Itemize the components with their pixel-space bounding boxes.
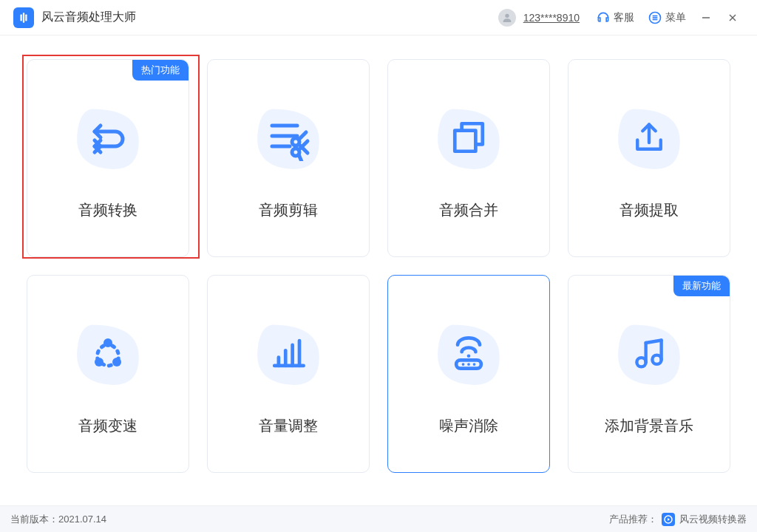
new-badge: 最新功能 (673, 276, 730, 296)
svg-rect-0 (21, 14, 22, 21)
svg-point-34 (473, 363, 476, 366)
svg-rect-1 (23, 13, 24, 23)
user-id-link[interactable]: 123****8910 (523, 12, 580, 24)
svg-point-3 (505, 13, 509, 17)
card-volume-adjust[interactable]: 音量调整 (207, 275, 370, 473)
avatar-icon[interactable] (498, 9, 516, 27)
volume-icon (266, 331, 310, 375)
denoise-icon (447, 331, 491, 375)
menu-button[interactable]: 菜单 (643, 10, 690, 25)
music-icon (628, 332, 670, 374)
close-button[interactable] (722, 7, 744, 29)
svg-point-33 (467, 363, 470, 366)
svg-line-17 (299, 154, 306, 161)
speed-icon (84, 330, 132, 377)
card-label: 音量调整 (259, 416, 318, 436)
svg-line-39 (646, 340, 662, 343)
recommend-product-icon (662, 513, 675, 526)
card-audio-convert[interactable]: 热门功能 音频转换 (27, 59, 189, 257)
card-label: 音频剪辑 (259, 200, 318, 220)
card-audio-extract[interactable]: 音频提取 (568, 59, 730, 257)
support-button[interactable]: 客服 (591, 10, 639, 25)
menu-label: 菜单 (665, 11, 686, 24)
extract-icon (628, 117, 670, 158)
card-label: 添加背景音乐 (605, 416, 693, 436)
card-label: 音频合并 (439, 200, 498, 220)
card-label: 音频转换 (78, 200, 138, 220)
version-label: 当前版本： (10, 513, 58, 526)
support-label: 客服 (614, 11, 634, 24)
card-audio-speed[interactable]: 音频变速 (27, 275, 189, 473)
svg-line-16 (299, 132, 306, 140)
card-audio-merge[interactable]: 音频合并 (387, 59, 550, 257)
card-noise-removal[interactable]: 噪声消除 (387, 275, 550, 473)
hot-badge: 热门功能 (132, 60, 189, 81)
app-title: 风云音频处理大师 (41, 10, 136, 25)
minimize-button[interactable] (695, 7, 717, 29)
recommend-product-link[interactable]: 风云视频转换器 (679, 513, 747, 526)
convert-icon (84, 114, 132, 161)
recommend-label: 产品推荐： (609, 513, 657, 526)
card-label: 音频变速 (78, 416, 138, 436)
card-audio-edit[interactable]: 音频剪辑 (207, 59, 370, 257)
footer-bar: 当前版本： 2021.07.14 产品推荐： 风云视频转换器 (0, 505, 757, 532)
svg-rect-20 (455, 130, 475, 151)
merge-icon (447, 115, 491, 160)
edit-icon (265, 114, 312, 161)
version-value: 2021.07.14 (58, 514, 106, 525)
card-add-bgm[interactable]: 最新功能 添加背景音乐 (568, 275, 730, 473)
svg-rect-2 (25, 14, 27, 21)
app-logo-icon (13, 7, 34, 28)
svg-point-30 (467, 354, 471, 358)
card-label: 噪声消除 (439, 416, 498, 436)
main-area: 热门功能 音频转换 (0, 35, 757, 473)
svg-marker-41 (668, 518, 670, 521)
title-bar: 风云音频处理大师 123****8910 客服 菜单 (0, 0, 757, 35)
svg-point-32 (462, 363, 465, 366)
card-label: 音频提取 (619, 200, 679, 220)
